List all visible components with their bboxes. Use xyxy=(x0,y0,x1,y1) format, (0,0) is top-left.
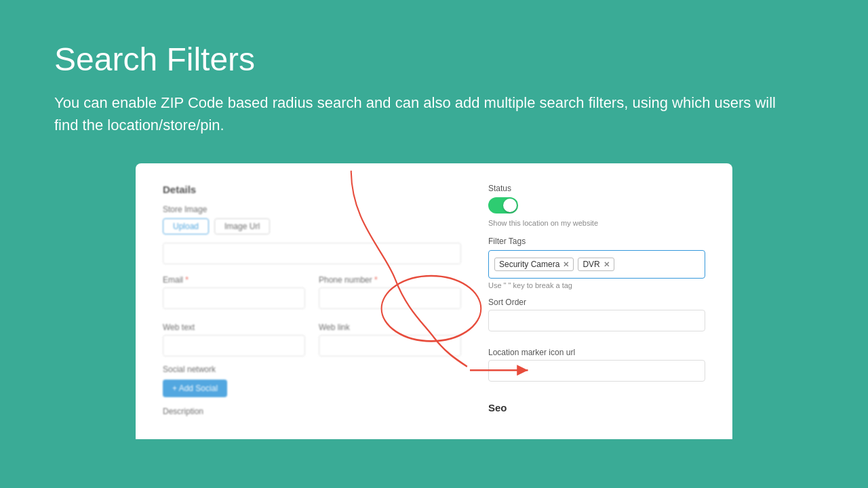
page-description: You can enable ZIP Code based radius sea… xyxy=(54,92,800,136)
web-link-label: Web link xyxy=(319,323,461,332)
upload-button[interactable]: Upload xyxy=(163,218,209,235)
web-text-label: Web text xyxy=(163,323,305,332)
filter-tags-box[interactable]: Security Camera ✕ DVR ✕ xyxy=(488,250,705,279)
page-title: Search Filters xyxy=(54,41,814,78)
web-text-input[interactable] xyxy=(163,335,305,357)
tag-dvr-text: DVR xyxy=(583,260,599,269)
web-link-input[interactable] xyxy=(319,335,461,357)
tag-dvr[interactable]: DVR ✕ xyxy=(578,258,614,271)
tag-security-camera-text: Security Camera xyxy=(499,260,559,269)
tag-security-camera-close[interactable]: ✕ xyxy=(563,260,569,269)
filter-tags-hint: Use " " key to break a tag xyxy=(488,281,705,289)
social-network-label: Social network xyxy=(163,365,461,374)
tag-security-camera[interactable]: Security Camera ✕ xyxy=(494,258,574,271)
email-label: Email * xyxy=(163,275,305,285)
sort-order-label: Sort Order xyxy=(488,298,705,307)
status-toggle[interactable] xyxy=(488,197,518,214)
description-label: Description xyxy=(163,407,461,416)
store-image-label: Store Image xyxy=(163,205,461,214)
phone-label: Phone number * xyxy=(319,275,461,285)
details-section-title: Details xyxy=(163,184,461,195)
phone-required-mark: * xyxy=(372,275,378,285)
add-social-button[interactable]: + Add Social xyxy=(163,380,227,397)
show-location-text: Show this location on my website xyxy=(488,219,705,227)
name-input[interactable] xyxy=(163,243,461,264)
tag-dvr-close[interactable]: ✕ xyxy=(604,260,610,269)
sort-order-input[interactable] xyxy=(488,310,705,331)
status-label: Status xyxy=(488,184,705,193)
email-required-mark: * xyxy=(183,275,189,285)
email-input[interactable] xyxy=(163,287,305,309)
image-url-button[interactable]: Image Url xyxy=(214,218,270,235)
filter-tags-label: Filter Tags xyxy=(488,237,705,246)
seo-section-title: Seo xyxy=(488,402,705,413)
phone-input[interactable] xyxy=(319,287,461,309)
location-marker-input[interactable] xyxy=(488,360,705,382)
location-marker-label: Location marker icon url xyxy=(488,348,705,357)
